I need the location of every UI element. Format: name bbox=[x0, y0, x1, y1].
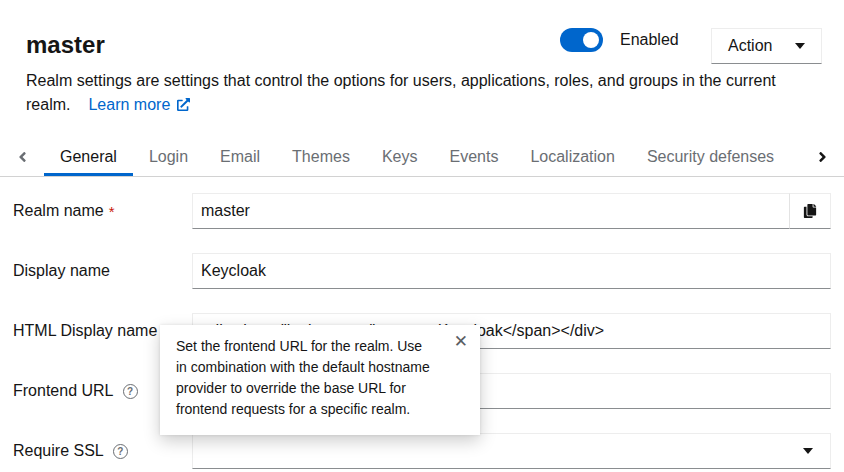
toggle-knob-icon bbox=[583, 32, 599, 48]
realm-name-input[interactable] bbox=[192, 193, 789, 229]
display-name-label: Display name bbox=[13, 262, 192, 280]
tab-general[interactable]: General bbox=[44, 137, 133, 176]
realm-name-label: Realm name * bbox=[13, 202, 192, 220]
tab-security-defenses[interactable]: Security defenses bbox=[631, 137, 790, 176]
external-link-icon bbox=[177, 97, 190, 114]
frontend-url-tooltip: ✕ Set the frontend URL for the realm. Us… bbox=[160, 325, 480, 435]
require-ssl-select[interactable] bbox=[192, 433, 831, 469]
angle-left-icon bbox=[16, 149, 29, 165]
tab-keys[interactable]: Keys bbox=[366, 137, 434, 176]
learn-more-link[interactable]: Learn more bbox=[88, 96, 190, 113]
action-dropdown-button[interactable]: Action bbox=[711, 28, 822, 64]
tabs-scroll-left-button[interactable] bbox=[0, 137, 44, 176]
copy-button[interactable] bbox=[789, 193, 831, 229]
close-icon: ✕ bbox=[454, 332, 468, 351]
enabled-toggle-label: Enabled bbox=[620, 31, 679, 49]
frontend-url-help-icon[interactable] bbox=[123, 384, 138, 399]
enabled-toggle[interactable] bbox=[560, 28, 603, 52]
realm-name-row: Realm name * bbox=[13, 193, 831, 229]
require-ssl-row: Require SSL bbox=[13, 433, 831, 469]
tabs-scroll-right-button[interactable] bbox=[800, 137, 844, 176]
required-asterisk: * bbox=[109, 203, 115, 220]
realm-settings-page: master Realm settings are settings that … bbox=[0, 0, 844, 472]
tab-events[interactable]: Events bbox=[433, 137, 514, 176]
tab-themes[interactable]: Themes bbox=[276, 137, 366, 176]
angle-right-icon bbox=[816, 149, 829, 165]
require-ssl-help-icon[interactable] bbox=[113, 444, 128, 459]
realm-settings-tabs: General Login Email Themes Keys Events L… bbox=[0, 137, 844, 177]
realm-name-control bbox=[192, 193, 831, 229]
require-ssl-label: Require SSL bbox=[13, 442, 192, 460]
caret-down-icon bbox=[795, 43, 805, 49]
enabled-toggle-group: Enabled bbox=[560, 28, 679, 52]
action-dropdown-label: Action bbox=[728, 37, 772, 55]
copy-icon bbox=[803, 204, 817, 218]
learn-more-label: Learn more bbox=[88, 96, 170, 113]
realm-description: Realm settings are settings that control… bbox=[26, 69, 788, 118]
caret-down-icon bbox=[803, 448, 813, 454]
tooltip-close-button[interactable]: ✕ bbox=[454, 333, 468, 350]
tooltip-text: Set the frontend URL for the realm. Use … bbox=[176, 336, 436, 420]
tab-login[interactable]: Login bbox=[133, 137, 204, 176]
page-title: master bbox=[26, 31, 818, 59]
tab-email[interactable]: Email bbox=[204, 137, 276, 176]
display-name-input[interactable] bbox=[192, 253, 831, 289]
tab-localization[interactable]: Localization bbox=[514, 137, 631, 176]
display-name-row: Display name bbox=[13, 253, 831, 289]
